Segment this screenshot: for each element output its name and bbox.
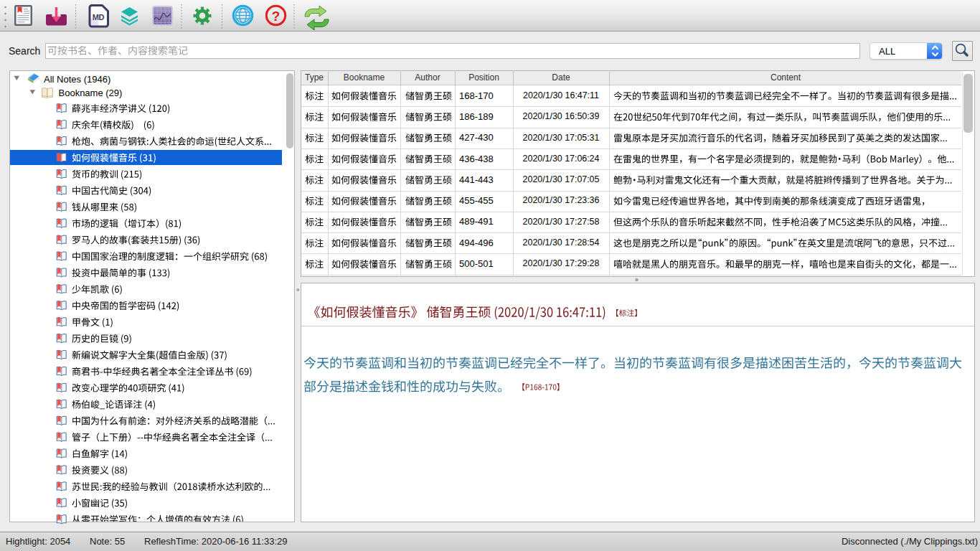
svg-text:MD: MD [93,13,105,22]
svg-text:?: ? [272,9,281,24]
